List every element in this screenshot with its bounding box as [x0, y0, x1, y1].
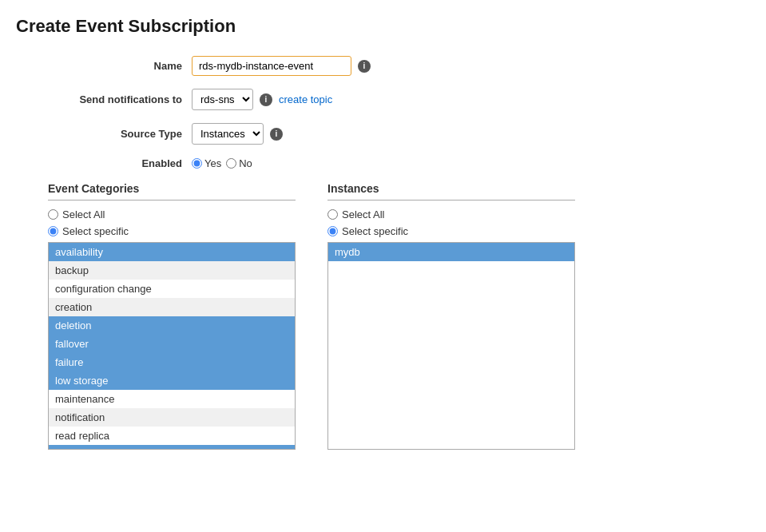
notifications-select[interactable]: rds-sns: [192, 89, 253, 110]
list-item[interactable]: low storage: [49, 371, 295, 390]
page-title: Create Event Subscription: [16, 16, 750, 37]
create-topic-link[interactable]: create topic: [279, 93, 332, 105]
enabled-label: Enabled: [48, 157, 192, 169]
instances-select-all-label: Select All: [342, 208, 384, 220]
list-item[interactable]: maintenance: [49, 390, 295, 408]
instances-list[interactable]: mydb: [327, 242, 575, 450]
event-select-all-radio[interactable]: [48, 209, 58, 220]
list-item[interactable]: deletion: [49, 316, 295, 335]
event-select-specific-option[interactable]: Select specific: [48, 225, 296, 237]
name-label: Name: [48, 60, 192, 72]
event-select-all-option[interactable]: Select All: [48, 208, 296, 220]
instances-select-specific-option[interactable]: Select specific: [327, 225, 575, 237]
instances-panel: Instances Select All Select specific myd…: [327, 182, 575, 450]
source-type-select[interactable]: Instances: [192, 123, 264, 145]
list-item[interactable]: availability: [49, 243, 295, 261]
instances-select-all-radio[interactable]: [327, 209, 338, 220]
list-item[interactable]: notification: [49, 408, 295, 427]
instances-select-specific-label: Select specific: [342, 225, 408, 237]
form-section: Name i Send notifications to rds-sns i c…: [48, 56, 750, 169]
notifications-control: rds-sns i create topic: [192, 89, 332, 110]
source-type-control: Instances i: [192, 123, 283, 145]
instances-select-specific-radio[interactable]: [327, 226, 338, 236]
panels-row: Event Categories Select All Select speci…: [48, 182, 750, 450]
list-item[interactable]: read replica: [49, 427, 295, 445]
enabled-yes-label: Yes: [204, 157, 221, 169]
name-input[interactable]: [192, 56, 351, 76]
enabled-row: Enabled Yes No: [48, 157, 750, 169]
list-item[interactable]: fallover: [49, 335, 295, 353]
list-item[interactable]: creation: [49, 298, 295, 316]
source-type-label: Source Type: [48, 128, 192, 140]
instances-title: Instances: [327, 182, 575, 200]
list-item[interactable]: configuration change: [49, 280, 295, 298]
notifications-label: Send notifications to: [48, 93, 192, 105]
notifications-row: Send notifications to rds-sns i create t…: [48, 89, 750, 110]
name-info-icon[interactable]: i: [358, 60, 371, 73]
enabled-no-radio[interactable]: [226, 158, 236, 169]
enabled-yes-option[interactable]: Yes: [192, 157, 221, 169]
source-type-info-icon[interactable]: i: [270, 128, 283, 141]
instances-select-all-option[interactable]: Select All: [327, 208, 575, 220]
event-categories-list[interactable]: availabilitybackupconfiguration changecr…: [48, 242, 296, 450]
event-categories-title: Event Categories: [48, 182, 296, 200]
enabled-no-label: No: [239, 157, 252, 169]
list-item[interactable]: backup: [49, 261, 295, 280]
source-type-row: Source Type Instances i: [48, 123, 750, 145]
list-item[interactable]: mydb: [328, 243, 574, 261]
event-select-specific-radio[interactable]: [48, 226, 58, 236]
list-item[interactable]: recovery: [49, 445, 295, 450]
event-select-all-label: Select All: [62, 208, 105, 220]
name-control: i: [192, 56, 371, 76]
enabled-no-option[interactable]: No: [226, 157, 252, 169]
event-categories-panel: Event Categories Select All Select speci…: [48, 182, 296, 450]
list-item[interactable]: failure: [49, 353, 295, 371]
event-select-specific-label: Select specific: [62, 225, 129, 237]
notifications-info-icon[interactable]: i: [260, 93, 272, 106]
enabled-yes-radio[interactable]: [192, 158, 202, 169]
enabled-control: Yes No: [192, 157, 252, 169]
name-row: Name i: [48, 56, 750, 76]
